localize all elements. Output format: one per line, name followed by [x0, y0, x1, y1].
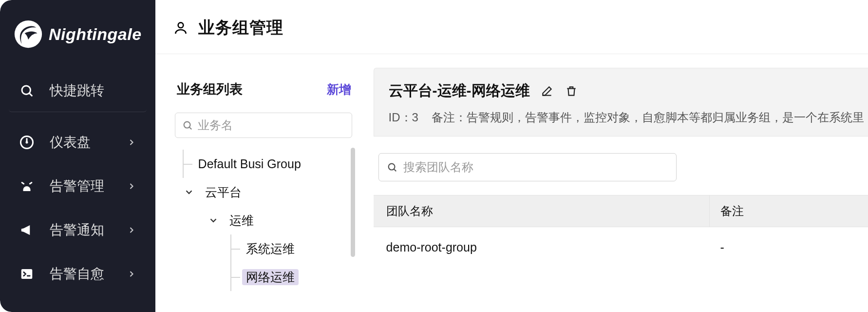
nav-quick-jump-label: 快捷跳转 — [50, 81, 137, 100]
user-icon — [173, 20, 189, 36]
nav: 快捷跳转 仪表盘 — [0, 74, 155, 292]
group-list-title: 业务组列表 — [177, 80, 243, 98]
cell-note: - — [710, 240, 868, 254]
col-team-name: 团队名称 — [374, 195, 710, 227]
terminal-icon — [19, 266, 35, 282]
add-group-link[interactable]: 新增 — [327, 81, 351, 98]
chevron-right-icon — [126, 181, 137, 192]
group-search-box[interactable] — [175, 113, 352, 138]
chevron-down-icon[interactable] — [182, 185, 196, 199]
nav-item-label: 告警管理 — [50, 177, 126, 195]
id-label: ID： — [389, 111, 412, 124]
col-note: 备注 — [710, 203, 868, 219]
search-icon — [19, 82, 35, 99]
group-list-panel: 业务组列表 新增 Default Busi Group云平台运维系统运维网络运维 — [172, 68, 354, 312]
search-icon — [387, 162, 397, 173]
group-search-input[interactable] — [198, 118, 345, 132]
chevron-right-icon — [126, 137, 137, 148]
alarm-icon — [19, 178, 35, 195]
sidebar: Nightingale 快捷跳转 仪表 — [0, 0, 155, 312]
tree-node-label: 网络运维 — [242, 269, 299, 285]
svg-point-6 — [184, 122, 190, 128]
tree-node[interactable]: 运维 — [175, 206, 351, 234]
megaphone-icon — [19, 222, 35, 238]
nav-alert-selfheal[interactable]: 告警自愈 — [9, 256, 147, 292]
detail-title: 云平台-运维-网络运维 — [389, 81, 530, 101]
tree-node[interactable]: 云平台 — [175, 178, 351, 206]
svg-point-5 — [178, 22, 183, 28]
tree-node-label: Default Busi Group — [194, 157, 305, 171]
tree-node-label: 运维 — [226, 213, 258, 229]
tree-node[interactable]: 网络运维 — [175, 263, 351, 291]
team-search-input[interactable] — [403, 160, 668, 174]
detail-header: 云平台-运维-网络运维 ID：3 备注：告警规则，告警事件，监控对象，自愈脚本等… — [374, 68, 868, 136]
table-row[interactable]: demo-root-group- — [374, 227, 868, 267]
nav-alert-manage[interactable]: 告警管理 — [9, 169, 147, 204]
team-table: 团队名称 备注 demo-root-group- — [374, 195, 868, 267]
tree-node[interactable]: Default Busi Group — [175, 150, 351, 178]
cell-team-name: demo-root-group — [374, 240, 710, 254]
tree-line-icon — [183, 150, 194, 178]
main: 业务组管理 业务组列表 新增 Default Busi Group云平台运维系统… — [155, 0, 868, 312]
svg-point-3 — [26, 141, 28, 144]
page-title: 业务组管理 — [198, 17, 283, 39]
nav-item-label: 仪表盘 — [50, 133, 126, 152]
group-tree: Default Busi Group云平台运维系统运维网络运维 — [172, 150, 354, 291]
nav-item-label: 告警通知 — [50, 221, 126, 239]
brand-text: Nightingale — [49, 25, 142, 44]
logo[interactable]: Nightingale — [0, 12, 155, 74]
edit-button[interactable] — [540, 84, 554, 98]
note-label: 备注： — [432, 111, 467, 124]
search-icon — [182, 120, 193, 131]
gauge-icon — [19, 134, 35, 151]
tree-line-icon — [230, 234, 242, 263]
detail-meta: ID：3 备注：告警规则，告警事件，监控对象，自愈脚本等都归属业务组，是一个在系… — [389, 110, 864, 125]
team-search-box[interactable] — [378, 153, 677, 181]
chevron-right-icon — [126, 225, 137, 235]
chevron-down-icon[interactable] — [206, 213, 221, 228]
group-detail-panel: 云平台-运维-网络运维 ID：3 备注：告警规则，告警事件，监控对象，自愈脚本等… — [374, 68, 868, 312]
tree-node[interactable]: 系统运维 — [175, 234, 351, 263]
svg-point-7 — [388, 164, 395, 170]
tree-node-label: 系统运维 — [242, 241, 299, 257]
nightingale-logo-icon — [14, 20, 43, 49]
tree-line-icon — [230, 263, 242, 291]
nav-dashboards[interactable]: 仪表盘 — [9, 125, 147, 160]
tree-scrollbar[interactable] — [351, 148, 355, 257]
note-value: 告警规则，告警事件，监控对象，自愈脚本等都归属业务组，是一个在系统里 — [467, 111, 864, 124]
nav-item-label: 告警自愈 — [50, 265, 126, 283]
svg-rect-4 — [21, 269, 33, 279]
delete-button[interactable] — [564, 84, 579, 98]
table-header: 团队名称 备注 — [374, 195, 868, 227]
nav-alert-notify[interactable]: 告警通知 — [9, 213, 147, 248]
id-value: 3 — [412, 111, 418, 124]
nav-quick-jump[interactable]: 快捷跳转 — [9, 74, 147, 112]
chevron-right-icon — [126, 269, 137, 279]
page-header: 业务组管理 — [155, 0, 868, 54]
svg-point-1 — [22, 86, 31, 95]
tree-node-label: 云平台 — [201, 184, 245, 200]
